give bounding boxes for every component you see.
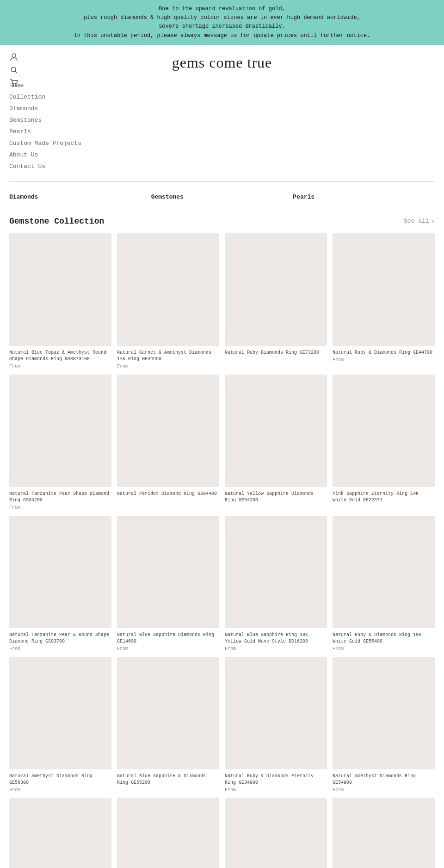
- product-price: From: [333, 357, 435, 362]
- see-all-button[interactable]: See all ›: [404, 218, 435, 225]
- nav-item-gemstones[interactable]: Gemstones: [9, 114, 435, 126]
- main-navigation: Home Collection Diamonds Gemstones Pearl…: [0, 75, 444, 177]
- product-card[interactable]: Natural Tanzanite Pear & Round Shape Dia…: [9, 516, 111, 651]
- product-name: Natural Yellow Sapphire Diamonds Ring GE…: [225, 491, 327, 504]
- tab-pearls[interactable]: Pearls: [293, 191, 435, 203]
- product-image: [117, 516, 219, 628]
- product-price: From: [9, 646, 111, 651]
- product-name: Natural Garnet & Amethyst Diamonds 14K R…: [117, 350, 219, 362]
- product-card[interactable]: [117, 798, 219, 868]
- product-name: Natural Ruby & Diamonds Ring GE44700: [333, 350, 435, 356]
- product-price: From: [9, 505, 111, 510]
- product-image: [9, 233, 111, 346]
- product-image: [9, 657, 111, 769]
- tab-gemstones[interactable]: Gemstones: [151, 191, 293, 203]
- svg-point-4: [16, 85, 17, 86]
- banner-line4: In this unstable period, please always m…: [74, 32, 370, 39]
- product-card[interactable]: Natural Tanzanite Pear Shape Diamond Rin…: [9, 375, 111, 510]
- site-title: gems come true: [172, 54, 272, 71]
- product-name: Natural Ruby & Diamonds Ring 18K White G…: [333, 632, 435, 645]
- product-image: [117, 375, 219, 487]
- product-name: Natural Amethyst Diamonds Ring GE56300: [9, 773, 111, 786]
- product-card[interactable]: Natural Peridot Diamond Ring GS04400: [117, 375, 219, 510]
- product-card[interactable]: Natural Ruby & Diamonds Eternity Ring GE…: [225, 657, 327, 793]
- nav-item-home[interactable]: Home: [9, 80, 435, 91]
- product-image: [9, 516, 111, 628]
- product-image: [117, 657, 219, 769]
- search-icon[interactable]: [9, 65, 18, 75]
- product-card[interactable]: Natural Amethyst Diamonds Ring GE56300Fr…: [9, 657, 111, 793]
- nav-item-custom-made[interactable]: Custom Made Projects: [9, 137, 435, 149]
- nav-divider: [9, 181, 435, 182]
- product-name: Natural Blue Sapphire Diamonds Ring GE14…: [117, 632, 219, 645]
- product-image: [225, 798, 327, 868]
- product-card[interactable]: Natural Ruby Diamonds Ring GE73200: [225, 233, 327, 369]
- product-card[interactable]: Pink Sapphire Eternity Ring 14K White Go…: [333, 375, 435, 510]
- product-price: From: [117, 364, 219, 369]
- site-header: gems come true: [0, 45, 444, 75]
- product-image: [333, 233, 435, 346]
- product-image: [117, 798, 219, 868]
- see-all-label: See all: [404, 218, 429, 225]
- product-name: Pink Sapphire Eternity Ring 14K White Go…: [333, 491, 435, 504]
- product-card[interactable]: Natural Amethyst Diamonds Ring GE54900Fr…: [333, 657, 435, 793]
- product-image: [225, 657, 327, 769]
- banner-line3: severe shortage increased drastically.: [159, 23, 285, 30]
- cart-icon[interactable]: [9, 78, 18, 87]
- nav-item-diamonds[interactable]: Diamonds: [9, 103, 435, 114]
- product-name: Natural Blue Topaz & Amethyst Round Shap…: [9, 350, 111, 362]
- product-image: [117, 233, 219, 346]
- product-name: Natural Blue Sapphire & Diamonds Ring GE…: [117, 773, 219, 786]
- product-name: Natural Ruby & Diamonds Eternity Ring GE…: [225, 773, 327, 786]
- product-name: Natural Tanzanite Pear & Round Shape Dia…: [9, 632, 111, 645]
- header-icons: [9, 52, 18, 87]
- product-card[interactable]: Natural Garnet & Amethyst Diamonds 14K R…: [117, 233, 219, 369]
- product-card[interactable]: Natural Blue Sapphire & Diamonds Ring GE…: [117, 657, 219, 793]
- product-image: [333, 375, 435, 487]
- product-name: Natural Amethyst Diamonds Ring GE54900: [333, 773, 435, 786]
- collection-tabs: Diamonds Gemstones Pearls: [0, 187, 444, 207]
- product-name: Natural Ruby Diamonds Ring GE73200: [225, 350, 327, 356]
- announcement-banner: Due to the upward revaluation of gold, p…: [0, 0, 444, 45]
- product-image: [9, 375, 111, 487]
- product-card[interactable]: Natural Ruby & Diamonds Ring 18K White G…: [333, 516, 435, 651]
- product-card[interactable]: Natural Yellow Sapphire Diamonds Ring GE…: [225, 375, 327, 510]
- product-image: [333, 657, 435, 769]
- section-title: Gemstone Collection: [9, 217, 104, 226]
- product-card[interactable]: [333, 798, 435, 868]
- gemstone-section-header: Gemstone Collection See all ›: [0, 207, 444, 230]
- product-price: From: [333, 646, 435, 651]
- user-icon[interactable]: [9, 52, 18, 62]
- product-price: From: [225, 646, 327, 651]
- product-grid: Natural Blue Topaz & Amethyst Round Shap…: [0, 230, 444, 868]
- nav-item-contact-us[interactable]: Contact Us: [9, 161, 435, 172]
- product-price: From: [9, 787, 111, 793]
- product-image: [333, 516, 435, 628]
- product-price: From: [225, 787, 327, 793]
- nav-item-pearls[interactable]: Pearls: [9, 126, 435, 137]
- product-image: [225, 375, 327, 487]
- product-image: [333, 798, 435, 868]
- product-card[interactable]: Natural Ruby & Diamonds Ring GE44700From: [333, 233, 435, 369]
- product-image: [225, 516, 327, 628]
- svg-point-1: [11, 67, 16, 72]
- product-card[interactable]: [225, 798, 327, 868]
- product-card[interactable]: Natural Blue Sapphire Ring 18K Yellow Go…: [225, 516, 327, 651]
- product-name: Natural Blue Sapphire Ring 18K Yellow Go…: [225, 632, 327, 645]
- product-image: [225, 233, 327, 346]
- banner-line2: plus rough diamonds & high quality colou…: [84, 14, 360, 21]
- product-name: Natural Tanzanite Pear Shape Diamond Rin…: [9, 491, 111, 504]
- product-card[interactable]: Natural Blue Topaz & Amethyst Round Shap…: [9, 233, 111, 369]
- product-card[interactable]: Natural Blue Sapphire Diamonds Ring GE14…: [117, 516, 219, 651]
- see-all-arrow-icon: ›: [431, 218, 435, 225]
- nav-item-collection[interactable]: Collection: [9, 91, 435, 103]
- nav-item-about-us[interactable]: About Us: [9, 149, 435, 161]
- product-card[interactable]: [9, 798, 111, 868]
- product-price: From: [117, 646, 219, 651]
- product-price: From: [333, 787, 435, 793]
- svg-line-2: [15, 71, 17, 73]
- tab-diamonds[interactable]: Diamonds: [9, 191, 151, 203]
- product-image: [9, 798, 111, 868]
- svg-point-0: [12, 54, 16, 57]
- svg-point-3: [12, 85, 13, 86]
